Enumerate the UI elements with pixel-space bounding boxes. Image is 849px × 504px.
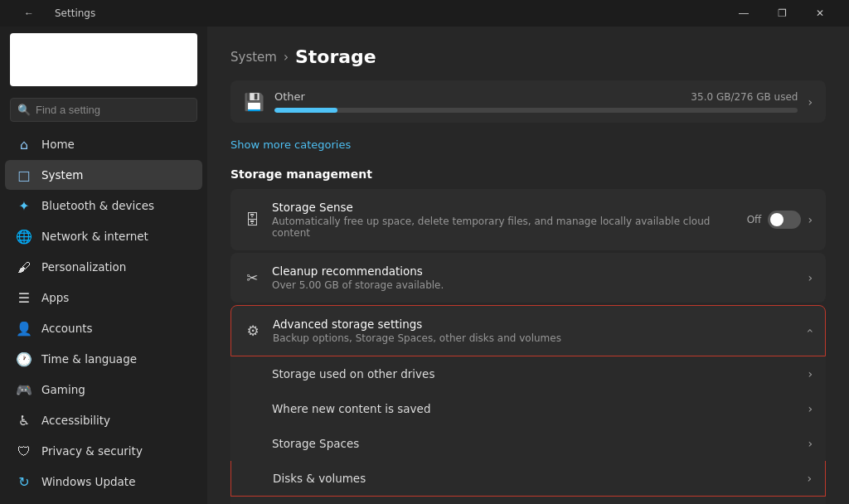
advanced-icon: ⚙ (245, 322, 261, 339)
advanced-storage-row[interactable]: ⚙ Advanced storage settings Backup optio… (230, 305, 826, 356)
accounts-nav-icon: 👤 (17, 321, 32, 336)
gaming-nav-icon: 🎮 (17, 382, 32, 397)
sidebar-item-accessibility[interactable]: ♿ Accessibility (5, 405, 202, 435)
search-input[interactable] (36, 104, 190, 116)
storage-sense-subtitle: Automatically free up space, delete temp… (272, 216, 735, 239)
sub-row-disks[interactable]: Disks & volumes › (230, 461, 826, 497)
sidebar-item-bluetooth[interactable]: ✦ Bluetooth & devices (5, 191, 202, 220)
breadcrumb-parent[interactable]: System (230, 50, 277, 65)
sub-row-new-content[interactable]: Where new content is saved › (230, 391, 826, 426)
sidebar-item-gaming[interactable]: 🎮 Gaming (5, 375, 202, 405)
breadcrumb-sep: › (284, 50, 289, 65)
accessibility-nav-icon: ♿ (17, 413, 32, 428)
sidebar-item-apps[interactable]: ☰ Apps (5, 283, 202, 313)
storage-bar-track (274, 108, 798, 113)
gaming-nav-label: Gaming (41, 383, 85, 396)
cleanup-row[interactable]: ✂ Cleanup recommendations Over 5.00 GB o… (230, 253, 826, 303)
cleanup-chevron: › (808, 271, 813, 284)
bluetooth-nav-label: Bluetooth & devices (41, 199, 154, 212)
sub-row-spaces-label: Storage Spaces (272, 437, 808, 450)
back-button[interactable]: ← (10, 0, 48, 27)
home-nav-icon: ⌂ (17, 137, 32, 152)
app-body: 🔍 ⌂ Home □ System ✦ Bluetooth & devices … (0, 27, 849, 504)
apps-nav-icon: ☰ (17, 290, 32, 305)
titlebar-left: ← Settings (10, 0, 95, 27)
sub-row-spaces[interactable]: Storage Spaces › (230, 426, 826, 461)
cleanup-text: Cleanup recommendations Over 5.00 GB of … (272, 264, 796, 291)
sidebar-item-privacy[interactable]: 🛡 Privacy & security (5, 436, 202, 466)
titlebar-controls: — ❐ ✕ (725, 0, 839, 27)
sidebar-nav: ⌂ Home □ System ✦ Bluetooth & devices 🌐 … (0, 128, 207, 497)
privacy-nav-icon: 🛡 (17, 443, 32, 458)
advanced-chevron-up: › (803, 328, 816, 333)
storage-sense-text: Storage Sense Automatically free up spac… (272, 201, 735, 239)
cleanup-icon: ✂ (244, 269, 260, 286)
storage-bar-fill (274, 108, 337, 113)
titlebar: ← Settings — ❐ ✕ (0, 0, 849, 27)
personalization-nav-label: Personalization (41, 260, 126, 274)
search-icon: 🔍 (17, 104, 31, 116)
section-header: Storage management (230, 167, 826, 181)
search-bar[interactable]: 🔍 (10, 98, 197, 122)
sidebar: 🔍 ⌂ Home □ System ✦ Bluetooth & devices … (0, 27, 207, 504)
maximize-button[interactable]: ❐ (763, 0, 801, 27)
cleanup-subtitle: Over 5.00 GB of storage available. (272, 279, 796, 291)
sub-row-new-content-chevron: › (808, 402, 813, 415)
sub-row-disks-chevron: › (807, 472, 812, 485)
storage-sense-row[interactable]: 🗄 Storage Sense Automatically free up sp… (230, 189, 826, 250)
network-nav-icon: 🌐 (17, 229, 32, 244)
sub-row-new-content-label: Where new content is saved (272, 402, 808, 415)
storage-sense-right: Off › (747, 211, 813, 229)
sidebar-item-home[interactable]: ⌂ Home (5, 129, 202, 159)
bluetooth-nav-icon: ✦ (17, 198, 32, 213)
storage-sense-chevron: › (808, 213, 813, 226)
sub-row-spaces-chevron: › (808, 437, 813, 450)
avatar (10, 33, 197, 86)
personalization-nav-icon: 🖌 (17, 259, 32, 274)
accessibility-nav-label: Accessibility (41, 414, 110, 427)
minimize-button[interactable]: — (725, 0, 763, 27)
advanced-subtitle: Backup options, Storage Spaces, other di… (273, 332, 795, 344)
accounts-nav-label: Accounts (41, 322, 93, 335)
sidebar-item-system[interactable]: □ System (5, 160, 202, 190)
advanced-right: › (807, 324, 812, 337)
toggle-label: Off (747, 214, 762, 225)
update-nav-label: Windows Update (41, 475, 135, 488)
sidebar-item-network[interactable]: 🌐 Network & internet (5, 221, 202, 251)
sidebar-item-personalization[interactable]: 🖌 Personalization (5, 252, 202, 282)
sub-row-other-drives-chevron: › (808, 367, 813, 380)
breadcrumb: System › Storage (230, 46, 826, 67)
storage-bar-chevron: › (808, 95, 813, 109)
show-more-categories[interactable]: Show more categories (230, 138, 351, 151)
time-nav-icon: 🕐 (17, 351, 32, 366)
sub-row-backup[interactable]: Backup options › (230, 497, 826, 504)
system-nav-icon: □ (17, 167, 32, 182)
sidebar-item-time[interactable]: 🕐 Time & language (5, 344, 202, 374)
storage-bar-label: Other (274, 90, 305, 103)
apps-nav-label: Apps (41, 291, 69, 304)
home-nav-label: Home (41, 138, 75, 151)
network-nav-label: Network & internet (41, 230, 148, 243)
storage-bar-content: Other 35.0 GB/276 GB used (274, 90, 798, 113)
sub-row-other-drives-label: Storage used on other drives (272, 367, 808, 380)
storage-sense-toggle[interactable] (768, 211, 801, 229)
cleanup-title: Cleanup recommendations (272, 264, 796, 278)
page-title: Storage (295, 46, 376, 67)
storage-bar-size: 35.0 GB/276 GB used (691, 91, 798, 103)
titlebar-title: Settings (55, 7, 95, 19)
main-content: System › Storage 💾 Other 35.0 GB/276 GB … (207, 27, 849, 504)
update-nav-icon: ↻ (17, 474, 32, 489)
privacy-nav-label: Privacy & security (41, 444, 143, 458)
sub-row-other-drives[interactable]: Storage used on other drives › (230, 356, 826, 391)
sub-row-disks-label: Disks & volumes (273, 472, 807, 485)
storage-bar-row[interactable]: 💾 Other 35.0 GB/276 GB used › (230, 80, 826, 123)
storage-sense-title: Storage Sense (272, 201, 735, 214)
storage-drive-icon: 💾 (244, 92, 264, 112)
close-button[interactable]: ✕ (801, 0, 839, 27)
sidebar-item-accounts[interactable]: 👤 Accounts (5, 313, 202, 343)
time-nav-label: Time & language (41, 352, 137, 366)
advanced-text: Advanced storage settings Backup options… (273, 317, 795, 344)
sidebar-item-update[interactable]: ↻ Windows Update (5, 467, 202, 497)
storage-sense-icon: 🗄 (244, 211, 260, 228)
storage-bar-header: Other 35.0 GB/276 GB used (274, 90, 798, 103)
